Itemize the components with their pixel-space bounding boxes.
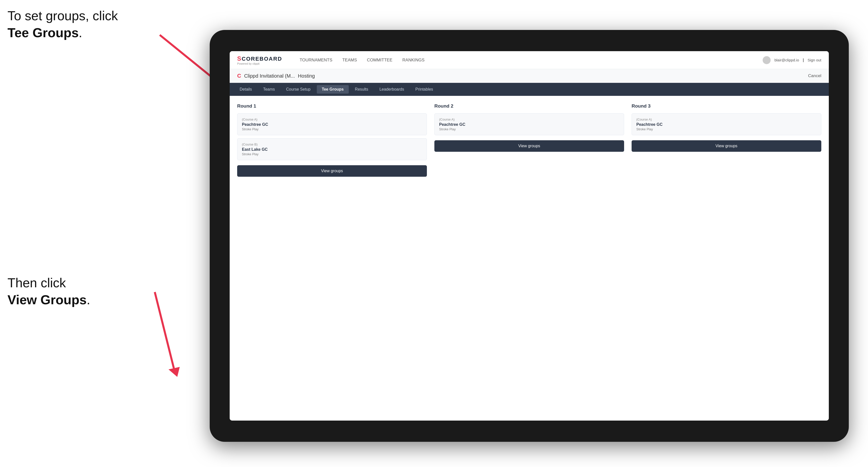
arrow-view-groups [105, 287, 192, 382]
tab-teams[interactable]: Teams [258, 85, 280, 94]
instruction-top-line1: To set groups, click [7, 8, 118, 23]
round-3-view-groups-button[interactable]: View groups [631, 140, 821, 152]
round-3-course-a-card: (Course A) Peachtree GC Stroke Play [631, 113, 821, 135]
round-2-title: Round 2 [434, 103, 624, 109]
round-2-course-a-name: Peachtree GC [439, 122, 619, 127]
tablet-device: SCOREBOARD Powered by clippit TOURNAMENT… [210, 30, 849, 442]
cancel-button[interactable]: Cancel [808, 73, 821, 79]
user-email: blair@clippd.io [774, 58, 799, 62]
logo-text: SCOREBOARD [237, 55, 282, 62]
tournament-name: Clippd Invitational (M... [244, 73, 295, 79]
round-2-course-a-type: Stroke Play [439, 127, 619, 131]
tournament-name-area: C Clippd Invitational (M... Hosting [237, 73, 315, 79]
instruction-bottom-line1: Then click [7, 276, 66, 290]
rounds-container: Round 1 (Course A) Peachtree GC Stroke P… [237, 103, 821, 177]
round-1-course-b-card: (Course B) East Lake GC Stroke Play [237, 138, 427, 160]
tab-details[interactable]: Details [235, 85, 257, 94]
round-3-course-a-label: (Course A) [636, 118, 816, 121]
logo-c: S [237, 55, 242, 62]
round-1-course-b-type: Stroke Play [242, 152, 422, 156]
round-1-course-a-type: Stroke Play [242, 127, 422, 131]
svg-line-2 [155, 292, 175, 372]
round-3-course-a-name: Peachtree GC [636, 122, 816, 127]
round-2-course-a-card: (Course A) Peachtree GC Stroke Play [434, 113, 624, 135]
round-1-course-a-card: (Course A) Peachtree GC Stroke Play [237, 113, 427, 135]
sub-nav: Details Teams Course Setup Tee Groups Re… [230, 83, 829, 96]
nav-right: blair@clippd.io | Sign out [763, 56, 821, 64]
round-2-view-groups-button[interactable]: View groups [434, 140, 624, 152]
round-3-title: Round 3 [631, 103, 821, 109]
nav-links: TOURNAMENTS TEAMS COMMITTEE RANKINGS [300, 58, 750, 63]
nav-rankings[interactable]: RANKINGS [402, 58, 425, 63]
tab-leaderboards[interactable]: Leaderboards [374, 85, 409, 94]
round-2-column: Round 2 (Course A) Peachtree GC Stroke P… [434, 103, 624, 177]
round-1-column: Round 1 (Course A) Peachtree GC Stroke P… [237, 103, 427, 177]
round-1-course-b-name: East Lake GC [242, 147, 422, 152]
round-1-course-b-label: (Course B) [242, 143, 422, 146]
tablet-screen: SCOREBOARD Powered by clippit TOURNAMENT… [230, 51, 829, 421]
round-3-course-a-type: Stroke Play [636, 127, 816, 131]
instruction-bottom: Then click View Groups. [7, 275, 90, 308]
tab-tee-groups[interactable]: Tee Groups [317, 85, 349, 94]
logo-sub: Powered by clippit [237, 62, 282, 65]
round-1-course-a-label: (Course A) [242, 118, 422, 121]
nav-committee[interactable]: COMMITTEE [367, 58, 393, 63]
logo-rest: COREBOARD [242, 56, 282, 62]
instruction-top: To set groups, click Tee Groups. [7, 7, 118, 41]
round-3-column: Round 3 (Course A) Peachtree GC Stroke P… [631, 103, 821, 177]
tab-course-setup[interactable]: Course Setup [281, 85, 315, 94]
round-1-course-a-name: Peachtree GC [242, 122, 422, 127]
instruction-top-period: . [79, 26, 82, 40]
sign-out-link[interactable]: Sign out [808, 58, 821, 62]
instruction-top-tee-groups: Tee Groups [7, 26, 79, 40]
svg-marker-3 [168, 367, 180, 377]
content-area: Round 1 (Course A) Peachtree GC Stroke P… [230, 96, 829, 421]
nav-teams[interactable]: TEAMS [342, 58, 357, 63]
round-1-title: Round 1 [237, 103, 427, 109]
tab-printables[interactable]: Printables [410, 85, 438, 94]
round-1-view-groups-button[interactable]: View groups [237, 165, 427, 177]
instruction-bottom-period: . [87, 292, 90, 307]
round-2-course-a-label: (Course A) [439, 118, 619, 121]
tournament-bar: C Clippd Invitational (M... Hosting Canc… [230, 69, 829, 83]
tab-results[interactable]: Results [350, 85, 373, 94]
nav-separator: | [803, 58, 804, 62]
nav-tournaments[interactable]: TOURNAMENTS [300, 58, 332, 63]
tournament-hosting: Hosting [298, 73, 315, 79]
tournament-c-icon: C [237, 73, 241, 79]
top-nav: SCOREBOARD Powered by clippit TOURNAMENT… [230, 51, 829, 69]
instruction-bottom-view-groups: View Groups [7, 292, 87, 307]
user-avatar [763, 56, 771, 64]
logo-area: SCOREBOARD Powered by clippit [237, 55, 282, 65]
